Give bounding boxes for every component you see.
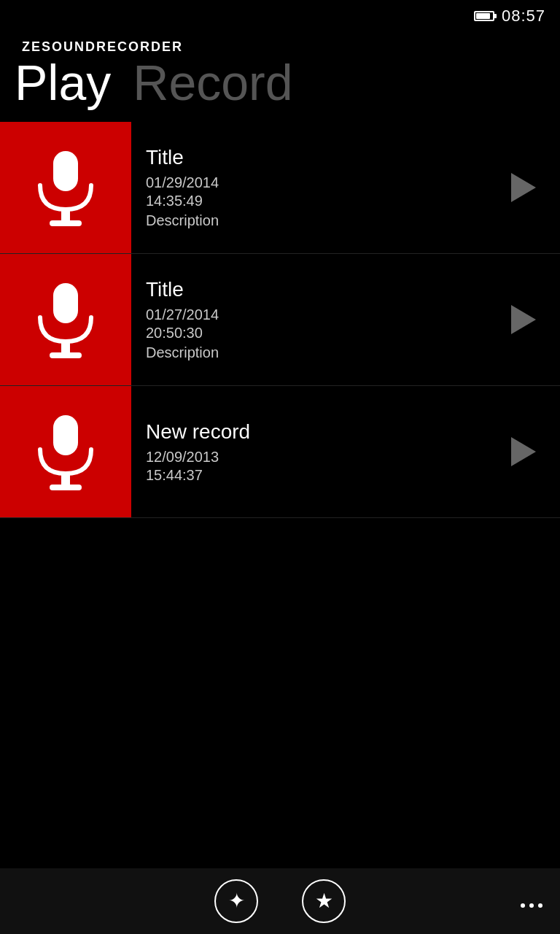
dot-icon [521,903,525,908]
list-item[interactable]: Title 01/27/2014 20:50:30 Description [0,254,560,386]
tab-play[interactable]: Play [15,58,111,107]
favorites-add-button[interactable]: ✦ [214,879,258,923]
svg-rect-8 [50,485,82,490]
recording-time: 14:35:49 [146,193,487,209]
play-triangle-icon [511,437,536,466]
dot-icon [529,903,534,908]
recording-info: New record 12/09/2013 15:44:37 [131,409,502,495]
battery-icon [474,11,494,21]
tab-record[interactable]: Record [133,58,292,107]
svg-rect-3 [53,283,78,323]
tab-bar: Play Record [0,58,560,107]
recording-info: Title 01/27/2014 20:50:30 Description [131,266,502,373]
play-button[interactable] [502,166,545,209]
svg-rect-6 [53,415,78,455]
mic-icon [29,147,102,228]
status-bar: 08:57 [0,0,560,32]
recording-description: Description [146,344,487,361]
more-options[interactable] [521,903,542,908]
svg-rect-2 [50,220,82,226]
recording-time: 20:50:30 [146,325,487,341]
favorites-button[interactable]: ★ [302,879,346,923]
recording-description: Description [146,212,487,229]
recording-title: Title [146,278,487,301]
svg-rect-0 [53,151,78,191]
app-title: ZESOUNDRECORDER [0,32,560,55]
svg-rect-1 [61,209,70,221]
mic-icon [29,279,102,360]
dot-icon [538,903,542,908]
recording-list: Title 01/29/2014 14:35:49 Description Ti… [0,122,560,518]
star-add-icon: ✦ [228,891,245,911]
recording-thumbnail [0,386,131,517]
play-button[interactable] [502,298,545,341]
star-icon: ★ [315,891,333,911]
recording-time: 15:44:37 [146,467,487,484]
mic-icon [29,412,102,492]
bottom-bar: ✦ ★ [0,868,560,934]
svg-rect-4 [61,341,70,353]
recording-thumbnail [0,254,131,385]
play-triangle-icon [511,173,536,202]
recording-info: Title 01/29/2014 14:35:49 Description [131,134,502,241]
recording-date: 01/29/2014 [146,172,487,193]
play-triangle-icon [511,305,536,334]
list-item[interactable]: Title 01/29/2014 14:35:49 Description [0,122,560,254]
time-display: 08:57 [502,7,545,26]
recording-thumbnail [0,122,131,253]
list-item[interactable]: New record 12/09/2013 15:44:37 [0,386,560,518]
svg-rect-5 [50,352,82,358]
play-button[interactable] [502,430,545,474]
recording-title: Title [146,146,487,169]
svg-rect-7 [61,474,70,485]
recording-title: New record [146,420,487,444]
recording-date: 12/09/2013 [146,447,487,467]
recording-date: 01/27/2014 [146,304,487,325]
